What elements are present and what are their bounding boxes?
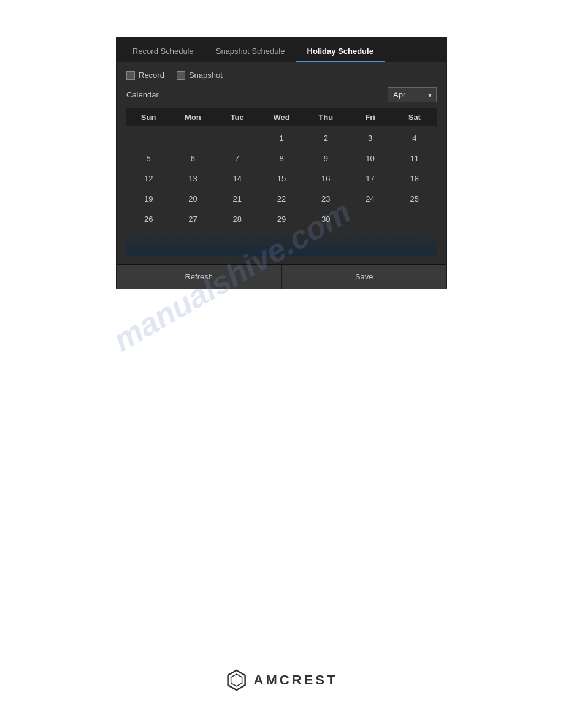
cal-cell-empty <box>215 129 259 148</box>
cal-cell-day-1[interactable]: 1 <box>259 129 304 148</box>
save-button[interactable]: Save <box>282 265 447 289</box>
cal-cell-day-19[interactable]: 19 <box>126 189 170 208</box>
record-checkbox-label: Record <box>139 70 164 80</box>
ui-panel: Record Schedule Snapshot Schedule Holida… <box>116 37 447 289</box>
cal-cell-day-30[interactable]: 30 <box>304 210 348 229</box>
day-header-sat: Sat <box>393 108 437 126</box>
cal-cell-empty <box>126 129 170 148</box>
fade-area <box>126 231 437 256</box>
svg-marker-1 <box>231 674 242 686</box>
day-header-fri: Fri <box>348 108 392 126</box>
calendar-grid: Sun Mon Tue Wed Thu Fri Sat 123456789101… <box>126 108 437 229</box>
day-header-wed: Wed <box>259 108 304 126</box>
calendar-week-2: 567891011 <box>126 149 437 168</box>
cal-cell-day-21[interactable]: 21 <box>215 189 259 208</box>
cal-cell-day-18[interactable]: 18 <box>393 169 437 188</box>
amcrest-logo-icon <box>226 669 248 691</box>
amcrest-logo-text: AMCREST <box>254 672 338 688</box>
record-checkbox[interactable] <box>126 71 135 80</box>
cal-cell-day-11[interactable]: 11 <box>393 149 437 168</box>
cal-cell-empty <box>170 129 215 148</box>
cal-cell-day-25[interactable]: 25 <box>393 189 437 208</box>
cal-cell-day-23[interactable]: 23 <box>304 189 348 208</box>
cal-cell-day-6[interactable]: 6 <box>170 149 215 168</box>
month-select-wrapper: Jan Feb Mar Apr May Jun Jul Aug Sep Oct … <box>388 87 437 102</box>
cal-cell-day-26[interactable]: 26 <box>126 210 170 229</box>
cal-cell-day-15[interactable]: 15 <box>259 169 304 188</box>
cal-cell-day-20[interactable]: 20 <box>170 189 215 208</box>
day-header-sun: Sun <box>126 108 170 126</box>
cal-cell-day-13[interactable]: 13 <box>170 169 215 188</box>
day-header-thu: Thu <box>304 108 348 126</box>
content-area: Record Snapshot Calendar Jan Feb Mar Apr… <box>117 62 446 264</box>
refresh-button[interactable]: Refresh <box>117 265 282 289</box>
cal-cell-day-4[interactable]: 4 <box>393 129 437 148</box>
snapshot-checkbox[interactable] <box>177 71 185 80</box>
month-select[interactable]: Jan Feb Mar Apr May Jun Jul Aug Sep Oct … <box>388 87 437 102</box>
cal-cell-day-8[interactable]: 8 <box>259 149 304 168</box>
cal-cell-empty <box>393 210 437 229</box>
cal-cell-day-14[interactable]: 14 <box>215 169 259 188</box>
cal-cell-day-2[interactable]: 2 <box>304 129 348 148</box>
tab-bar: Record Schedule Snapshot Schedule Holida… <box>117 37 446 62</box>
logo-area: AMCREST <box>226 669 338 691</box>
cal-cell-day-9[interactable]: 9 <box>304 149 348 168</box>
cal-cell-day-27[interactable]: 27 <box>170 210 215 229</box>
tab-holiday-schedule[interactable]: Holiday Schedule <box>296 40 385 62</box>
cal-cell-day-12[interactable]: 12 <box>126 169 170 188</box>
record-checkbox-item[interactable]: Record <box>126 70 164 80</box>
calendar-label: Calendar <box>126 90 159 99</box>
cal-cell-day-17[interactable]: 17 <box>348 169 392 188</box>
snapshot-checkbox-item[interactable]: Snapshot <box>177 70 223 80</box>
cal-cell-day-3[interactable]: 3 <box>348 129 392 148</box>
calendar-header: Calendar Jan Feb Mar Apr May Jun Jul Aug… <box>126 87 437 102</box>
cal-cell-day-22[interactable]: 22 <box>259 189 304 208</box>
button-row: Refresh Save <box>117 264 446 289</box>
calendar-day-headers: Sun Mon Tue Wed Thu Fri Sat <box>126 108 437 126</box>
calendar-week-1: 1234 <box>126 129 437 148</box>
tab-snapshot-schedule[interactable]: Snapshot Schedule <box>205 40 296 62</box>
cal-cell-day-10[interactable]: 10 <box>348 149 392 168</box>
day-header-tue: Tue <box>215 108 259 126</box>
cal-cell-day-24[interactable]: 24 <box>348 189 392 208</box>
cal-cell-day-5[interactable]: 5 <box>126 149 170 168</box>
checkboxes-row: Record Snapshot <box>126 70 437 80</box>
cal-cell-day-28[interactable]: 28 <box>215 210 259 229</box>
cal-cell-day-16[interactable]: 16 <box>304 169 348 188</box>
cal-cell-day-29[interactable]: 29 <box>259 210 304 229</box>
calendar-week-5: 2627282930 <box>126 210 437 229</box>
tab-record-schedule[interactable]: Record Schedule <box>121 40 205 62</box>
calendar-week-3: 12131415161718 <box>126 169 437 188</box>
svg-marker-0 <box>228 670 245 690</box>
calendar-body: 1234567891011121314151617181920212223242… <box>126 129 437 229</box>
cal-cell-empty <box>348 210 392 229</box>
day-header-mon: Mon <box>170 108 215 126</box>
page-wrapper: manualshive.com Record Schedule Snapshot… <box>0 0 563 728</box>
cal-cell-day-7[interactable]: 7 <box>215 149 259 168</box>
calendar-week-4: 19202122232425 <box>126 189 437 208</box>
snapshot-checkbox-label: Snapshot <box>189 70 223 80</box>
